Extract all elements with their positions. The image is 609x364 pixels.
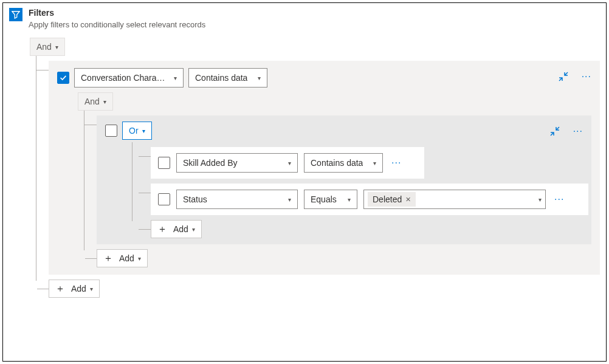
plus-icon: ＋ <box>55 283 65 295</box>
filter-icon <box>9 8 22 21</box>
cond2-operator-select[interactable]: Equals ▾ <box>304 190 357 209</box>
chevron-down-icon: ▾ <box>258 75 261 81</box>
chevron-down-icon: ▾ <box>142 128 145 134</box>
cond1-more-button[interactable]: ··· <box>389 153 404 173</box>
add-condition-button[interactable]: ＋ Add ▾ <box>49 280 100 298</box>
remove-token-icon[interactable]: ✕ <box>405 196 411 204</box>
chevron-down-icon: ▾ <box>348 196 351 203</box>
cond2-field-select[interactable]: Status ▾ <box>176 190 298 209</box>
chevron-down-icon: ▾ <box>288 196 291 203</box>
cond1-field-select[interactable]: Skill Added By ▾ <box>176 153 298 173</box>
related-condition-select[interactable]: Contains data ▾ <box>188 68 267 88</box>
chevron-down-icon: ▾ <box>192 226 195 233</box>
chevron-down-icon: ▾ <box>538 196 542 203</box>
root-operator[interactable]: And ▾ <box>30 38 65 56</box>
plus-icon: ＋ <box>157 223 167 236</box>
cond1-operator-select[interactable]: Contains data ▾ <box>304 153 383 173</box>
value-token: Deleted ✕ <box>368 192 416 207</box>
chevron-down-icon: ▾ <box>90 286 93 292</box>
chevron-down-icon: ▾ <box>174 75 177 81</box>
cond2-checkbox[interactable] <box>158 193 170 205</box>
chevron-down-icon: ▾ <box>55 44 58 50</box>
page-title: Filters <box>29 8 205 18</box>
plus-icon: ＋ <box>103 252 113 265</box>
chevron-down-icon: ▾ <box>373 160 376 167</box>
add-condition-button[interactable]: ＋ Add ▾ <box>151 220 202 238</box>
collapse-group-button[interactable] <box>548 124 562 139</box>
group1-checkbox[interactable] <box>57 72 69 84</box>
collapse-group-button[interactable] <box>556 69 571 84</box>
page-description: Apply filters to conditionally select re… <box>29 20 205 29</box>
cond2-value-field[interactable]: Deleted ✕ ▾ <box>363 190 546 209</box>
cond1-checkbox[interactable] <box>158 157 170 169</box>
group1-operator[interactable]: And ▾ <box>78 92 113 111</box>
related-entity-select[interactable]: Conversation Characte... ▾ <box>74 68 184 88</box>
chevron-down-icon: ▾ <box>288 160 291 167</box>
add-condition-button[interactable]: ＋ Add ▾ <box>97 249 148 267</box>
cond2-more-button[interactable]: ··· <box>552 190 566 209</box>
group2-operator[interactable]: Or ▾ <box>122 122 152 140</box>
group2-checkbox[interactable] <box>105 125 117 137</box>
group-more-button[interactable]: ··· <box>579 67 594 86</box>
chevron-down-icon: ▾ <box>138 255 141 262</box>
group-more-button[interactable]: ··· <box>571 122 585 141</box>
chevron-down-icon: ▾ <box>103 98 106 105</box>
